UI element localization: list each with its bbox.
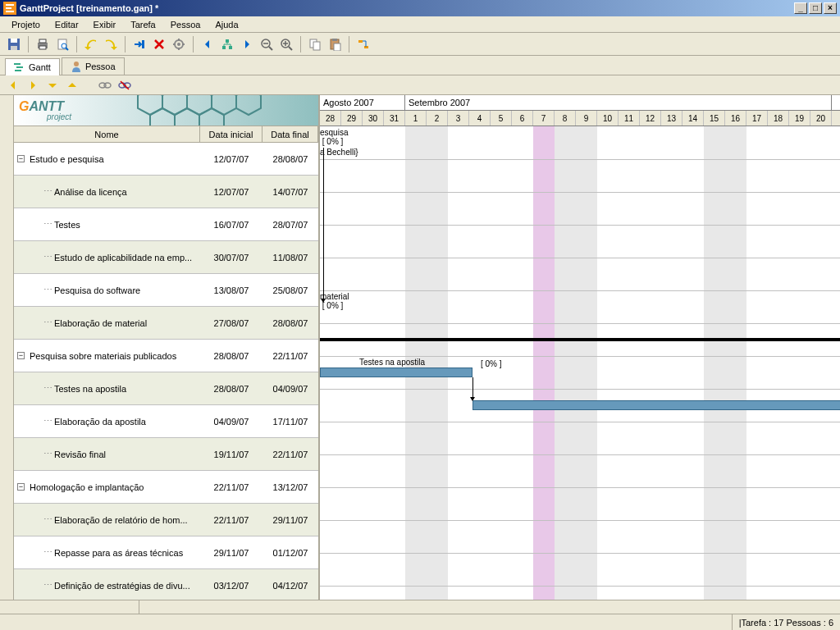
paste-button[interactable] [326,35,344,53]
tree-collapse-icon[interactable]: − [17,483,25,491]
nav-right-icon[interactable] [25,77,41,94]
table-row[interactable]: −Estudo e pesquisa12/07/0728/08/07 [14,143,318,176]
col-start[interactable]: Data inicial [200,126,262,142]
prev-button[interactable] [199,35,217,53]
menu-exibir[interactable]: Exibir [87,18,123,31]
day-header: 5 [491,111,512,126]
svg-rect-27 [313,42,320,50]
task-end: 11/08/07 [262,253,318,262]
day-header: 11 [619,111,640,126]
task-start: 28/08/07 [200,384,262,394]
task-end: 22/11/07 [262,450,318,459]
table-row[interactable]: −Pesquisa sobre materiais publicados28/0… [14,340,318,372]
print-button[interactable] [34,35,52,53]
task-name: Testes [54,220,80,230]
menu-ajuda[interactable]: Ajuda [208,18,244,31]
col-end[interactable]: Data final [262,126,318,142]
table-row[interactable]: ⋯Repasse para as áreas técnicas29/11/070… [14,536,318,569]
table-row[interactable]: ⋯Revisão final19/11/0722/11/07 [14,438,318,471]
zoom-in-button[interactable] [277,35,295,53]
redo-button[interactable] [102,35,120,53]
tree-collapse-icon[interactable]: − [17,155,25,162]
tab-gantt[interactable]: Gantt [5,58,60,75]
table-row[interactable]: ⋯Testes na apostila28/08/0704/09/07 [14,372,318,405]
task-props-button[interactable] [170,35,188,53]
center-button[interactable] [218,35,236,53]
table-row[interactable]: ⋯Definição de estratégias de divu...03/1… [14,569,318,600]
new-task-button[interactable] [130,35,148,53]
table-row[interactable]: ⋯Análise da licença12/07/0714/07/07 [14,176,318,208]
gantt-bar[interactable] [472,400,840,410]
table-row[interactable]: ⋯Elaboração de relatório de hom...22/11/… [14,504,318,536]
table-row[interactable]: ⋯Elaboração de material27/08/0728/08/07 [14,307,318,340]
menubar: Projeto Editar Exibir Tarefa Pessoa Ajud… [0,16,840,33]
menu-pessoa[interactable]: Pessoa [164,18,208,31]
svg-marker-47 [212,95,236,115]
svg-line-25 [289,47,292,50]
maximize-button[interactable]: □ [809,2,822,14]
left-scrollbar[interactable] [0,95,14,600]
nav-left-icon[interactable] [5,77,21,94]
app-icon [3,2,16,15]
table-row[interactable]: ⋯Testes16/07/0728/07/07 [14,208,318,241]
task-name: Pesquisa do software [54,285,140,295]
delete-task-button[interactable] [150,35,168,53]
chart-area[interactable]: esquisa [ 0% ]a Bechelli}material [ 0% ]… [320,126,840,600]
day-header: 30 [363,111,384,126]
menu-editar[interactable]: Editar [48,18,85,31]
titlebar: GanttProject [treinamento.gan] * _ □ × [0,0,840,16]
tree-branch-icon: ⋯ [43,383,51,394]
table-row[interactable]: ⋯Pesquisa do software13/08/0725/08/07 [14,274,318,307]
unlink-tasks-icon[interactable] [116,77,133,94]
task-start: 28/08/07 [200,351,262,361]
table-row[interactable]: ⋯Estudo de aplicabilidade na emp...30/07… [14,241,318,274]
svg-rect-17 [222,46,226,49]
table-row[interactable]: ⋯Elaboração da apostila04/09/0717/11/07 [14,405,318,438]
next-button[interactable] [238,35,256,53]
nav-up-icon[interactable] [64,77,80,94]
task-end: 28/08/07 [262,154,318,164]
svg-rect-16 [226,39,229,43]
tree-branch-icon: ⋯ [43,317,51,328]
svg-rect-13 [142,40,144,48]
svg-marker-44 [187,95,212,115]
day-header: 4 [469,111,491,126]
zoom-out-button[interactable] [258,35,276,53]
svg-point-38 [104,83,111,88]
month-header: Setembro 2007 [405,95,832,110]
svg-rect-2 [6,7,11,9]
menu-tarefa[interactable]: Tarefa [124,18,162,31]
undo-button[interactable] [82,35,100,53]
copy-button[interactable] [306,35,324,53]
close-button[interactable]: × [824,2,837,14]
svg-rect-5 [11,39,17,43]
nav-down-icon[interactable] [44,77,61,94]
task-end: 29/11/07 [262,515,318,525]
day-header: 2 [427,111,448,126]
tree-branch-icon: ⋯ [43,449,51,459]
task-start: 13/08/07 [200,285,262,295]
task-name: Análise da licença [54,187,127,197]
svg-rect-34 [16,66,23,68]
link-button[interactable] [354,35,372,53]
tree-collapse-icon[interactable]: − [17,352,25,359]
tab-pessoa[interactable]: Pessoa [62,57,125,75]
logo-sub: project [47,112,71,121]
table-row[interactable]: −Homologação e implantação22/11/0713/12/… [14,471,318,504]
gantt-chart-panel: Agosto 2007Setembro 2007 282930311234567… [320,95,840,600]
minimize-button[interactable]: _ [794,2,807,14]
save-button[interactable] [5,35,23,53]
col-name[interactable]: Nome [14,126,200,142]
menu-projeto[interactable]: Projeto [5,18,47,31]
gantt-bar[interactable] [320,368,472,377]
gantt-bar[interactable] [320,338,840,341]
svg-marker-48 [236,95,261,115]
navbar [0,75,840,95]
bottom-scrollbar[interactable] [0,600,840,614]
task-start: 16/07/07 [200,220,262,230]
svg-line-21 [269,47,272,50]
link-tasks-icon[interactable] [97,77,113,94]
preview-button[interactable] [53,35,71,53]
day-header: 6 [512,111,533,126]
tree-branch-icon: ⋯ [43,219,51,230]
